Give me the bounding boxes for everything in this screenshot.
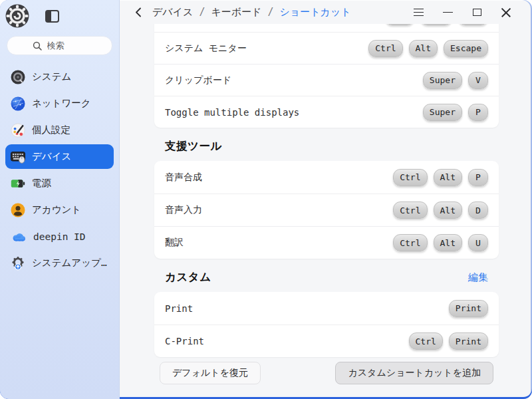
breadcrumb-separator: / [199,6,205,18]
section-header-custom: カスタム 編集 [154,270,499,285]
sidebar-item-label: アカウント [32,203,81,216]
shortcut-label: 音声合成 [165,172,202,184]
search-icon [33,41,42,51]
search-box[interactable] [7,36,112,55]
shortcut-row[interactable]: 音声入力 Ctrl Alt D [154,194,499,226]
sidebar: システム ネットワーク [0,0,120,399]
shortcut-row[interactable]: システム モニター Ctrl Alt Escape [154,32,499,64]
devices-icon [11,150,25,164]
shortcut-row[interactable]: Toggle multiple displays Super P [154,96,499,128]
breadcrumb-separator: / [268,6,274,18]
sidebar-item-label: システム [32,70,71,83]
minimize-icon[interactable] [442,7,454,18]
sidebar-item-network[interactable]: ネットワーク [5,91,114,116]
sidebar-item-devices[interactable]: デバイス [5,144,114,169]
shortcut-row[interactable]: 翻訳 Ctrl Alt U [154,226,499,259]
breadcrumb-keyboard[interactable]: キーボード [211,6,261,19]
shortcut-keys: Super P [423,104,488,121]
section-header-accessibility: 支援ツール [154,139,499,154]
sidebar-item-label: デバイス [32,150,71,163]
key-badge: Print [449,300,488,317]
section-title: カスタム [165,270,211,285]
key-badge: Print [449,332,488,350]
sidebar-item-deepin-id[interactable]: deepin ID [5,224,114,249]
accessibility-shortcuts-card: 音声合成 Ctrl Alt P 音声入力 Ctrl Alt D 翻訳 Ctrl [154,161,499,259]
sidebar-item-power[interactable]: 電源 [5,171,114,196]
shortcut-row[interactable]: 音声合成 Ctrl Alt P [154,161,499,194]
key-badge: Super [423,104,462,121]
shortcut-label: C-Print [165,336,204,346]
personalization-icon [11,123,25,138]
search-input[interactable] [46,40,87,51]
key-badge: P [468,169,488,186]
key-badge: Alt [434,201,462,219]
key-badge: D [468,201,488,219]
key-badge: V [468,72,488,89]
accounts-icon [11,203,25,217]
sidebar-item-label: deepin ID [33,231,86,242]
key-badge [420,24,452,25]
control-center-window: システム ネットワーク [0,0,532,399]
header: デバイス / キーボード / ショートカット [120,0,532,24]
shortcut-row[interactable]: C-Print Ctrl Print [154,325,499,357]
key-badge: Ctrl [393,201,427,219]
window-controls [413,7,532,18]
shortcut-keys: Super V [423,72,488,89]
sidebar-item-personalization[interactable]: 個人設定 [5,118,114,142]
sidebar-item-label: 個人設定 [32,124,70,136]
key-badge: Super [423,72,462,89]
breadcrumb: デバイス / キーボード / ショートカット [152,6,351,19]
close-icon[interactable] [501,7,512,18]
shortcut-label: 翻訳 [165,237,184,249]
sidebar-item-accounts[interactable]: アカウント [5,198,114,222]
sidebar-toggle-icon[interactable] [45,10,59,23]
sidebar-item-label: 電源 [32,177,51,190]
shortcut-keys: Ctrl Alt Escape [368,40,488,57]
shortcut-label: クリップボード [165,74,231,86]
sidebar-logo-row [0,0,119,32]
shortcut-keys: Ctrl Alt P [393,169,488,186]
custom-shortcuts-card: Print Print C-Print Ctrl Print [154,292,499,357]
key-badge: P [468,104,488,121]
back-button[interactable] [133,7,144,17]
section-title: 支援ツール [165,139,222,154]
shortcut-label: 音声入力 [165,204,202,216]
key-badge: Ctrl [409,332,443,350]
sidebar-item-system-update[interactable]: システムアップ… [5,251,114,275]
key-badge: Alt [434,234,462,251]
system-shortcuts-card: システム モニター Ctrl Alt Escape クリップボード Super … [154,24,499,128]
key-badge [458,24,488,25]
window-menu-icon[interactable] [413,7,424,18]
key-badge [385,24,414,25]
shortcut-row[interactable]: Print Print [154,292,499,325]
shortcut-label: システム モニター [165,43,247,55]
breadcrumb-devices[interactable]: デバイス [152,6,193,19]
sidebar-item-system[interactable]: システム [5,65,114,89]
key-badge: U [468,234,488,251]
power-icon [11,176,25,191]
maximize-icon[interactable] [471,7,483,18]
system-icon [11,70,25,84]
key-badge: Ctrl [393,169,427,186]
key-badge: Ctrl [393,234,427,251]
deepin-logo-icon [5,4,29,28]
restore-defaults-button[interactable]: デフォルトを復元 [160,362,261,384]
key-badge: Alt [409,40,438,57]
network-icon [11,96,25,111]
cloud-icon [11,229,27,244]
shortcut-keys: Ctrl Print [409,332,488,350]
shortcut-label: Toggle multiple displays [165,107,299,118]
edit-link[interactable]: 編集 [468,271,488,284]
chevron-left-icon [135,7,142,17]
shortcut-row-partial[interactable] [154,24,499,32]
shortcut-keys: Ctrl Alt U [393,234,488,251]
shortcut-row[interactable]: クリップボード Super V [154,64,499,96]
shortcut-keys [385,24,488,25]
system-update-icon [11,256,25,271]
key-badge: Ctrl [368,40,402,57]
sidebar-nav: システム ネットワーク [0,62,119,280]
breadcrumb-shortcuts[interactable]: ショートカット [280,6,351,19]
add-custom-shortcut-button[interactable]: カスタムショートカットを追加 [335,362,493,384]
shortcut-list-scroll-area[interactable]: システム モニター Ctrl Alt Escape クリップボード Super … [120,24,532,397]
sidebar-item-label: ネットワーク [32,97,91,110]
